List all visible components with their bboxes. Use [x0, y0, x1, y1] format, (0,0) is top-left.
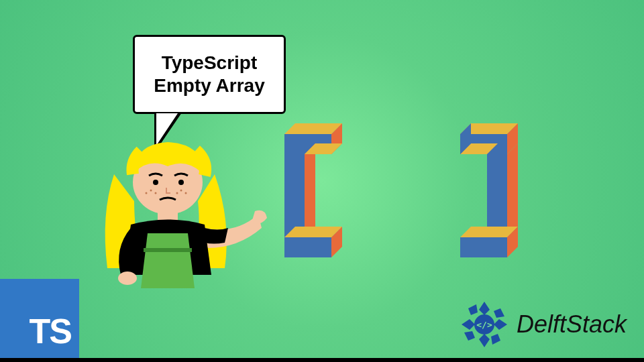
- svg-point-9: [180, 190, 182, 192]
- svg-marker-16: [305, 143, 315, 237]
- svg-point-10: [185, 192, 187, 194]
- speech-bubble: TypeScript Empty Array: [133, 35, 286, 114]
- svg-point-7: [155, 192, 157, 194]
- svg-text:</>: </>: [476, 320, 492, 330]
- typescript-badge: TS: [0, 279, 79, 358]
- svg-point-11: [176, 192, 178, 194]
- typescript-badge-label: TS: [30, 311, 71, 351]
- delftstack-logo-text: DelftStack: [517, 310, 627, 339]
- right-bracket-icon: [451, 115, 531, 279]
- bubble-line-1: TypeScript: [162, 52, 258, 73]
- bubble-line-2: Empty Array: [154, 75, 264, 96]
- speech-bubble-text: TypeScript Empty Array: [154, 52, 264, 97]
- svg-rect-15: [284, 154, 305, 237]
- svg-rect-28: [460, 237, 507, 257]
- left-bracket-icon: [271, 115, 352, 279]
- svg-rect-18: [284, 237, 331, 257]
- person-illustration: [94, 134, 268, 295]
- svg-rect-25: [487, 154, 507, 237]
- bottom-border: [0, 358, 644, 362]
- svg-rect-1: [144, 248, 192, 252]
- svg-point-8: [146, 192, 148, 194]
- svg-marker-26: [507, 143, 518, 237]
- delftstack-logo-mark: </>: [459, 299, 510, 350]
- delftstack-logo: </> DelftStack: [459, 299, 627, 350]
- svg-point-6: [150, 190, 152, 192]
- svg-point-4: [153, 180, 158, 185]
- svg-point-5: [178, 180, 184, 185]
- svg-point-2: [118, 272, 137, 285]
